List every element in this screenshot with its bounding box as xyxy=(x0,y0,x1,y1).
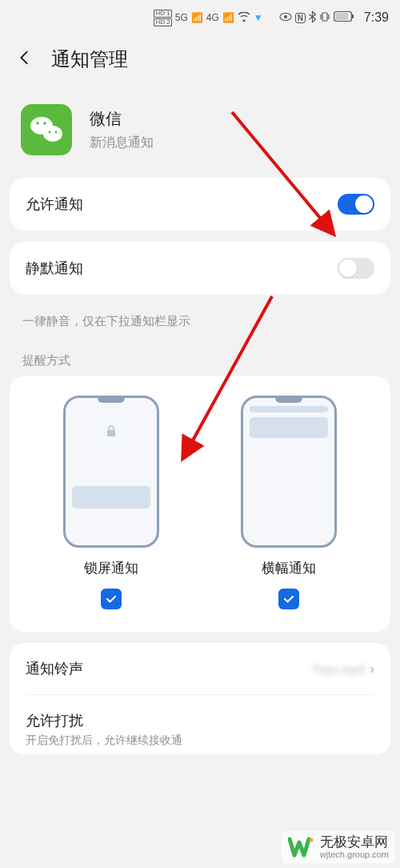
signal-4g-icon: 4G xyxy=(206,12,219,23)
watermark-url: wjtech.group.com xyxy=(320,850,389,859)
status-time: 7:39 xyxy=(364,10,389,25)
hd-indicator: HD 1 HD 2 xyxy=(154,10,171,26)
silent-notification-card: 静默通知 xyxy=(10,242,390,295)
signal-bars-icon: 📶 xyxy=(222,12,234,23)
wifi-icon xyxy=(238,12,250,24)
dnd-sub: 开启免打扰后，允许继续接收通 xyxy=(26,733,182,748)
watermark-name: 无极安卓网 xyxy=(320,835,389,850)
lockscreen-phone-preview xyxy=(63,396,159,548)
allow-notification-card: 允许通知 xyxy=(10,178,390,231)
signal-bars-icon: 📶 xyxy=(191,12,203,23)
nfc-icon: N xyxy=(295,13,306,23)
allow-notification-row[interactable]: 允许通知 xyxy=(10,178,390,231)
ringtone-card: 通知铃声 Tuyu.mp3 › 允许打扰 开启免打扰后，允许继续接收通 xyxy=(10,643,390,754)
allow-notification-label: 允许通知 xyxy=(26,195,83,214)
back-button[interactable] xyxy=(16,49,34,70)
status-icons-left: HD 1 HD 2 5G 📶 4G 📶 ▼ xyxy=(154,10,262,26)
page-title: 通知管理 xyxy=(51,46,128,72)
chevron-right-icon: › xyxy=(370,661,374,677)
status-icons-right: N xyxy=(279,11,354,25)
page-header: 通知管理 xyxy=(0,35,400,86)
svg-point-15 xyxy=(309,838,313,842)
mode-section-label: 提醒方式 xyxy=(0,331,400,376)
banner-checkbox[interactable] xyxy=(278,589,299,609)
lockscreen-mode-label: 锁屏通知 xyxy=(84,559,138,577)
allow-notification-toggle[interactable] xyxy=(338,194,374,215)
svg-rect-5 xyxy=(335,13,348,20)
app-info-row: 微信 新消息通知 xyxy=(0,86,400,178)
banner-mode-label: 横幅通知 xyxy=(262,559,316,577)
signal-5g-icon: 5G xyxy=(175,12,188,23)
svg-point-1 xyxy=(284,15,287,18)
lockscreen-checkbox[interactable] xyxy=(101,589,122,609)
bluetooth-icon xyxy=(309,11,316,25)
ringtone-row[interactable]: 通知铃声 Tuyu.mp3 › xyxy=(10,643,390,694)
notification-mode-card: 锁屏通知 横幅通知 xyxy=(10,376,390,632)
ringtone-label: 通知铃声 xyxy=(26,659,83,678)
svg-point-11 xyxy=(55,131,58,134)
lockscreen-mode-item[interactable]: 锁屏通知 xyxy=(63,396,159,609)
app-name: 微信 xyxy=(90,108,154,130)
eye-icon xyxy=(279,12,292,23)
svg-point-9 xyxy=(43,122,46,125)
silent-hint: 一律静音，仅在下拉通知栏显示 xyxy=(0,306,400,331)
svg-point-7 xyxy=(43,126,62,142)
watermark-logo-icon xyxy=(288,834,314,860)
watermark: 无极安卓网 wjtech.group.com xyxy=(282,831,395,863)
dnd-row[interactable]: 允许打扰 开启免打扰后，允许继续接收通 xyxy=(10,695,390,754)
battery-icon xyxy=(334,11,354,24)
svg-rect-4 xyxy=(352,14,354,18)
shield-icon: ▼ xyxy=(254,12,263,23)
status-bar: HD 1 HD 2 5G 📶 4G 📶 ▼ N 7:39 xyxy=(0,0,400,35)
silent-notification-row[interactable]: 静默通知 xyxy=(10,242,390,295)
app-subtitle: 新消息通知 xyxy=(90,135,154,151)
banner-mode-item[interactable]: 横幅通知 xyxy=(241,396,337,609)
dnd-label: 允许打扰 xyxy=(26,711,182,730)
check-icon xyxy=(105,593,118,605)
ringtone-value: Tuyu.mp3 xyxy=(312,662,365,676)
vibrate-icon xyxy=(319,11,330,25)
check-icon xyxy=(282,593,295,605)
wechat-app-icon xyxy=(21,104,72,155)
svg-rect-12 xyxy=(107,430,115,436)
svg-point-10 xyxy=(49,131,51,134)
lock-icon xyxy=(104,424,118,438)
svg-point-8 xyxy=(36,122,39,125)
svg-rect-2 xyxy=(322,13,327,21)
banner-phone-preview xyxy=(241,396,337,548)
silent-notification-label: 静默通知 xyxy=(26,259,83,278)
silent-notification-toggle[interactable] xyxy=(338,258,374,279)
